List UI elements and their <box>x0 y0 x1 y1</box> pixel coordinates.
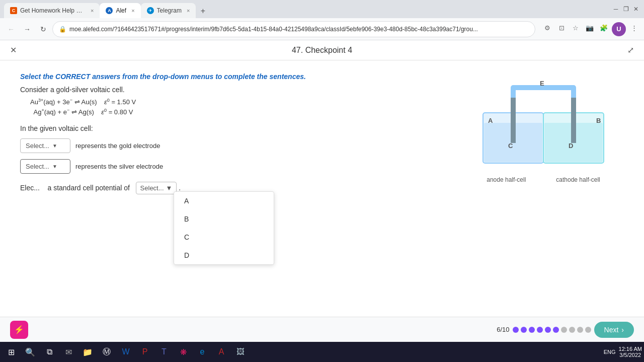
tab3-close[interactable]: × <box>187 8 190 14</box>
dropdown-silver-electrode[interactable]: Select... ▼ <box>20 159 70 174</box>
browser-action-icons: ⚙ ⊡ ☆ 📷 🧩 U ⋮ <box>537 22 640 36</box>
tab-alef[interactable]: A Alef × <box>100 3 140 18</box>
potential-value: Select... <box>140 184 164 192</box>
dropdown1-label: represents the gold electrode <box>75 142 160 150</box>
tab2-favicon: A <box>106 7 113 14</box>
taskbar-teams-icon[interactable]: T <box>155 343 173 361</box>
url-bar[interactable]: 🔒 moe.alefed.com/?1646423517671#/progres… <box>52 21 535 37</box>
taskbar-edge-icon[interactable]: e <box>193 343 211 361</box>
dropdown-potential[interactable]: Select... ▼ <box>136 182 177 194</box>
dot-9 <box>577 327 583 333</box>
back-button[interactable]: ← <box>4 22 18 36</box>
taskbar-ms-icon[interactable]: Ⓜ <box>98 343 116 361</box>
cell-diagram-svg: A C B D <box>468 73 619 173</box>
taskbar-photos-icon[interactable]: 🖼 <box>231 343 250 361</box>
bottom-left: ⚡ <box>10 321 28 339</box>
dropdown-row-1: Select... ▼ represents the gold electrod… <box>20 138 443 153</box>
dropdown1-arrow-icon: ▼ <box>52 143 57 149</box>
dropdown2-label: represents the silver electrode <box>75 163 163 170</box>
option-D[interactable]: D <box>174 246 274 264</box>
refresh-button[interactable]: ↻ <box>36 22 50 36</box>
minimize-button[interactable]: ─ <box>612 5 620 13</box>
electrode-prefix: Elec <box>20 184 34 192</box>
label-C: C <box>508 142 513 150</box>
taskbar-folder-icon[interactable]: 📁 <box>78 343 97 361</box>
forward-button[interactable]: → <box>20 22 34 36</box>
dropdown1-value: Select... <box>26 142 49 150</box>
tab1-close[interactable]: × <box>91 8 94 14</box>
equation1: Au3+(aq) + 3e− ⇌ Au(s) ε0 = 1.50 V <box>30 98 443 106</box>
setup-text: Consider a gold-silver voltaic cell. <box>20 86 443 94</box>
url-text: moe.alefed.com/?1646423517671#/progress/… <box>69 26 478 33</box>
close-button[interactable]: ✕ <box>632 5 640 13</box>
taskbar-system-tray: ENG 12:16 AM 3/5/2022 <box>604 346 642 358</box>
tab2-title: Alef <box>116 7 126 14</box>
windows-start-icon[interactable]: ⊞ <box>2 343 20 361</box>
given-text: In the given voltaic cell: <box>20 124 443 132</box>
dropdown-row-2: Select... ▼ represents the silver electr… <box>20 159 443 174</box>
option-C[interactable]: C <box>174 228 274 246</box>
page-title: 47. Checkpoint 4 <box>292 46 352 55</box>
cast-icon[interactable]: ⊡ <box>555 22 568 34</box>
taskbar-word-icon[interactable]: W <box>117 343 135 361</box>
taskbar-acrobat-icon[interactable]: A <box>212 343 230 361</box>
page-header: ✕ 47. Checkpoint 4 ⤢ <box>0 40 644 60</box>
option-A[interactable]: A <box>174 192 274 210</box>
browser-frame: C Get Homework Help With Cheg × A Alef ×… <box>0 0 644 362</box>
right-column: A C B D <box>463 73 624 194</box>
svg-rect-5 <box>571 98 576 143</box>
dot-6 <box>553 327 559 333</box>
windows-taskbar: ⊞ 🔍 ⧉ ✉ 📁 Ⓜ W P T ❋ e A 🖼 ENG 12:16 AM 3… <box>0 342 644 362</box>
bookmark-icon[interactable]: ☆ <box>570 22 582 34</box>
page-close-button[interactable]: ✕ <box>10 45 17 55</box>
dropdown-gold-electrode[interactable]: Select... ▼ <box>20 138 70 153</box>
label-E: E <box>540 80 544 87</box>
progress-dots <box>513 327 591 333</box>
search-taskbar-icon[interactable]: 🔍 <box>21 343 39 361</box>
screenshot-icon[interactable]: 📷 <box>584 22 596 34</box>
page-expand-button[interactable]: ⤢ <box>627 45 634 55</box>
taskbar-app5-icon[interactable]: ❋ <box>174 343 192 361</box>
tab3-favicon: ✈ <box>147 7 154 14</box>
label-D: D <box>569 142 573 150</box>
tab2-close[interactable]: × <box>131 8 134 14</box>
tab-telegram[interactable]: ✈ Telegram × <box>141 3 196 18</box>
extensions-icon[interactable]: ⚙ <box>541 22 553 34</box>
label-B: B <box>596 117 601 124</box>
next-arrow-icon: › <box>621 326 624 334</box>
next-button[interactable]: Next › <box>594 322 634 338</box>
taskview-icon[interactable]: ⧉ <box>40 343 58 361</box>
taskbar-lang: ENG <box>604 349 616 355</box>
standard-potential-text: a standard cell potential of <box>47 184 129 192</box>
label-A: A <box>488 117 493 124</box>
address-bar: ← → ↻ 🔒 moe.alefed.com/?1646423517671#/p… <box>0 18 644 40</box>
anode-label: anode half-cell <box>487 176 526 183</box>
electrode-end: . <box>179 184 181 192</box>
next-label: Next <box>604 326 619 334</box>
taskbar-icons: ⊞ 🔍 ⧉ ✉ 📁 Ⓜ W P T ❋ e A 🖼 <box>2 343 250 361</box>
taskbar-clock: 12:16 AM 3/5/2022 <box>619 346 642 358</box>
restore-button[interactable]: ❐ <box>622 5 630 13</box>
taskbar-ppt-icon[interactable]: P <box>136 343 154 361</box>
dot-2 <box>521 327 527 333</box>
dot-1 <box>513 327 519 333</box>
equation2: Ag+(aq) + e− ⇌ Ag(s) ε0 = 0.80 V <box>30 108 443 116</box>
profile-button[interactable]: U <box>612 22 626 36</box>
menu-icon[interactable]: ⋮ <box>628 22 640 34</box>
dot-5 <box>545 327 551 333</box>
bottom-bar: ⚡ 6/10 Next › <box>0 317 644 342</box>
option-B[interactable]: B <box>174 210 274 228</box>
new-tab-button[interactable]: + <box>196 4 210 18</box>
tab-bar: C Get Homework Help With Cheg × A Alef ×… <box>4 0 608 18</box>
cathode-label: cathode half-cell <box>556 176 600 183</box>
extensions2-icon[interactable]: 🧩 <box>598 22 610 34</box>
taskbar-mail-icon[interactable]: ✉ <box>59 343 77 361</box>
app-icon[interactable]: ⚡ <box>10 321 28 339</box>
voltaic-cell-diagram: A C B D <box>463 73 624 183</box>
potential-arrow-icon: ▼ <box>166 184 173 192</box>
tab-get-homework[interactable]: C Get Homework Help With Cheg × <box>4 3 100 18</box>
dropdown2-value: Select... <box>26 163 49 170</box>
tab3-title: Telegram <box>157 7 182 14</box>
browser-content: ✕ 47. Checkpoint 4 ⤢ Select the CORRECT … <box>0 40 644 342</box>
diagram-labels: anode half-cell cathode half-cell <box>487 176 600 183</box>
